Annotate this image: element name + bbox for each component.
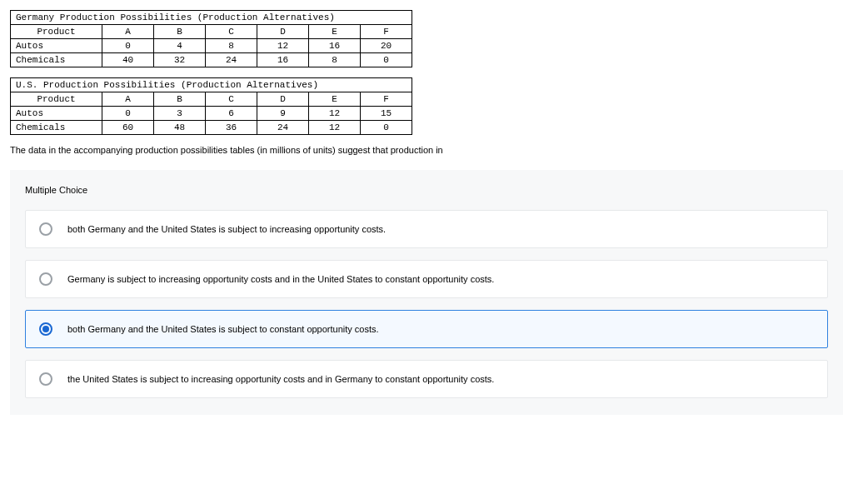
cell: 16 [257,53,309,67]
cell: 4 [154,39,206,53]
col-header: C [206,92,257,107]
cell: 24 [206,53,257,67]
table-row: Chemicals 40 32 24 16 8 0 [11,53,412,67]
row-label: Chemicals [11,121,102,135]
us-ppf-table: U.S. Production Possibilities (Productio… [10,77,412,135]
col-header-product: Product [11,92,102,107]
table-title: U.S. Production Possibilities (Productio… [11,78,412,92]
col-header: E [309,25,361,39]
germany-ppf-table: Germany Production Possibilities (Produc… [10,10,412,67]
cell: 8 [206,39,257,53]
cell: 12 [309,107,361,121]
cell: 0 [102,107,154,121]
choice-option[interactable]: both Germany and the United States is su… [25,210,828,248]
choice-text: Germany is subject to increasing opportu… [67,274,494,284]
multiple-choice-block: Multiple Choice both Germany and the Uni… [10,170,843,415]
cell: 8 [309,53,361,67]
col-header: D [257,92,309,107]
cell: 3 [154,107,206,121]
table-row: Chemicals 60 48 36 24 12 0 [11,121,412,135]
choice-option[interactable]: the United States is subject to increasi… [25,360,828,398]
cell: 12 [257,39,309,53]
col-header-product: Product [11,25,102,39]
cell: 40 [102,53,154,67]
radio-icon [39,272,52,286]
choice-text: the United States is subject to increasi… [67,374,494,384]
col-header: C [206,25,257,39]
choice-option[interactable]: both Germany and the United States is su… [25,310,828,348]
table-row: Autos 0 3 6 9 12 15 [11,107,412,121]
col-header: F [361,92,412,107]
cell: 60 [102,121,154,135]
radio-icon [39,222,52,236]
choice-text: both Germany and the United States is su… [67,324,379,334]
cell: 24 [257,121,309,135]
radio-icon [39,372,52,386]
cell: 16 [309,39,361,53]
col-header: D [257,25,309,39]
col-header: B [154,92,206,107]
col-header: A [102,25,154,39]
table-row: Autos 0 4 8 12 16 20 [11,39,412,53]
cell: 20 [361,39,412,53]
choice-option[interactable]: Germany is subject to increasing opportu… [25,260,828,298]
cell: 32 [154,53,206,67]
question-text: The data in the accompanying production … [10,145,843,155]
row-label: Chemicals [11,53,102,67]
cell: 15 [361,107,412,121]
col-header: B [154,25,206,39]
cell: 0 [361,53,412,67]
cell: 6 [206,107,257,121]
cell: 0 [102,39,154,53]
cell: 0 [361,121,412,135]
cell: 12 [309,121,361,135]
multiple-choice-label: Multiple Choice [25,185,828,195]
row-label: Autos [11,107,102,121]
table-title: Germany Production Possibilities (Produc… [11,11,412,25]
col-header: A [102,92,154,107]
radio-icon [39,322,52,336]
cell: 9 [257,107,309,121]
col-header: F [361,25,412,39]
cell: 36 [206,121,257,135]
choice-text: both Germany and the United States is su… [67,224,386,234]
row-label: Autos [11,39,102,53]
col-header: E [309,92,361,107]
cell: 48 [154,121,206,135]
